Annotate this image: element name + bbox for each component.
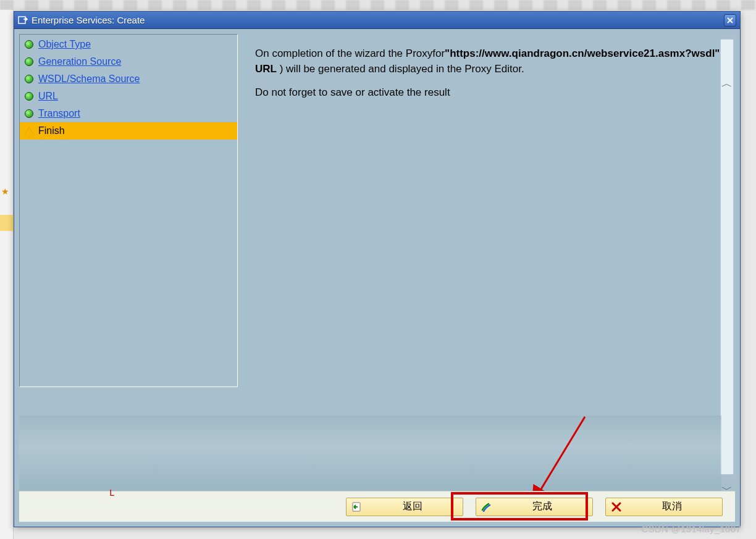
close-button[interactable]: [724, 14, 736, 27]
wizard-steps-panel: Object Type Generation Source WSDL/Schem…: [19, 34, 238, 387]
detail-paragraph-2: Do not forget to save or activate the re…: [255, 85, 726, 101]
step-current-icon: [25, 127, 33, 135]
finish-icon: [481, 501, 492, 512]
step-done-icon: [25, 75, 33, 83]
content-row: Object Type Generation Source WSDL/Schem…: [19, 34, 735, 409]
cancel-icon: [611, 501, 622, 512]
back-button[interactable]: 返回: [346, 498, 463, 516]
step-finish[interactable]: Finish: [20, 122, 237, 140]
step-label: Object Type: [38, 39, 91, 50]
step-label: Transport: [38, 108, 80, 119]
step-wsdl-schema-source[interactable]: WSDL/Schema Source: [20, 70, 237, 88]
close-icon: [727, 17, 733, 23]
step-label: URL: [38, 91, 58, 102]
step-url[interactable]: URL: [20, 88, 237, 105]
detail-url: "https://www.qiandragon.cn/webservice21.…: [445, 48, 720, 59]
step-done-icon: [25, 40, 33, 49]
dialog-window: Enterprise Services: Create Object Type …: [14, 11, 741, 527]
step-label: Generation Source: [38, 56, 121, 67]
detail-url-label: URL: [255, 63, 277, 75]
annotation-l-mark: L: [109, 488, 114, 498]
finish-button[interactable]: 完成: [476, 498, 593, 516]
detail-paragraph-1: On completion of the wizard the Proxyfor…: [255, 46, 726, 77]
step-generation-source[interactable]: Generation Source: [20, 53, 237, 70]
step-done-icon: [25, 109, 33, 118]
back-icon: [351, 501, 363, 512]
back-button-label: 返回: [368, 500, 458, 513]
svg-rect-0: [19, 17, 25, 23]
finish-button-label: 完成: [497, 500, 587, 513]
background-left-gutter: ★: [0, 10, 14, 539]
dialog-title: Enterprise Services: Create: [32, 15, 724, 25]
scroll-up-icon[interactable]: ︿: [721, 77, 733, 90]
titlebar: Enterprise Services: Create: [14, 12, 740, 29]
step-done-icon: [25, 92, 33, 101]
star-icon: ★: [1, 186, 9, 196]
detail-panel: On completion of the wizard the Proxyfor…: [245, 34, 735, 409]
step-object-type[interactable]: Object Type: [20, 36, 237, 53]
step-label: Finish: [38, 125, 65, 136]
cancel-button[interactable]: 取消: [605, 498, 723, 516]
background-toolbar: [0, 0, 756, 10]
dialog-body: Object Type Generation Source WSDL/Schem…: [14, 29, 740, 527]
background-yellow-bar: [0, 215, 14, 231]
dialog-footer: L 返回 完成 取消: [19, 491, 735, 522]
step-done-icon: [25, 57, 33, 66]
step-label: WSDL/Schema Source: [38, 73, 140, 85]
step-transport[interactable]: Transport: [20, 105, 237, 122]
scrollbar[interactable]: ︿ ﹀: [720, 39, 734, 475]
titlebar-icon: [18, 15, 28, 25]
detail-text: On completion of the wizard the Proxyfor: [255, 48, 445, 59]
cancel-button-label: 取消: [627, 500, 717, 513]
spacer: [19, 409, 735, 491]
detail-text: ) will be generated and displayed in the…: [277, 63, 524, 75]
